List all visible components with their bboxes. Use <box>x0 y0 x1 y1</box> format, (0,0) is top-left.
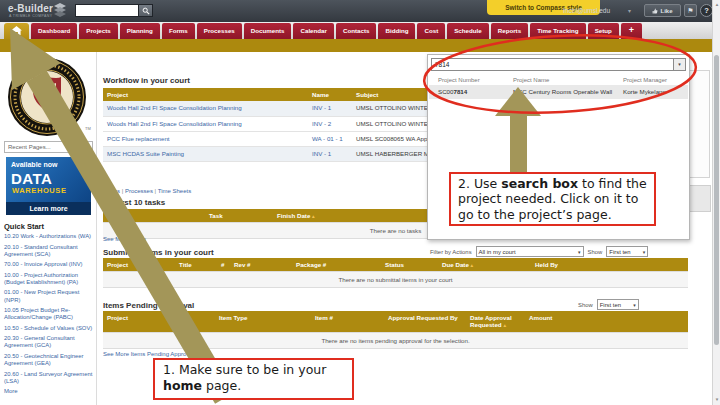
learn-more-button[interactable]: Learn more <box>6 202 91 215</box>
tab-contacts[interactable]: Contacts <box>336 23 376 39</box>
column-header: Task <box>205 209 273 222</box>
approvals-more: See More Items Pending Approval <box>103 351 194 357</box>
processes-link[interactable]: Processes <box>125 188 153 194</box>
quick-start-more-link[interactable]: More <box>4 388 94 394</box>
project-link[interactable]: Woods Hall 2nd Fl Space Consolidation Pl… <box>103 117 308 131</box>
separator: | <box>122 188 124 194</box>
banner-subtitle: WAREHOUSE <box>12 186 67 195</box>
tab-setup[interactable]: Setup <box>588 23 619 39</box>
time-sheets-link[interactable]: Time Sheets <box>158 188 191 194</box>
main-nav-tabbar: Dashboard Projects Planning Forms Proces… <box>0 22 720 39</box>
tab-processes[interactable]: Processes <box>197 23 242 39</box>
quick-start-link[interactable]: 10.05 Project Budget Re-Allocation/Chang… <box>4 307 94 321</box>
flag-button[interactable]: ⚑ <box>684 4 697 17</box>
quick-start-link[interactable]: 20.30 - General Consultant Agreement (GC… <box>4 335 94 349</box>
column-header: Due Date ▴ <box>438 258 531 271</box>
seal-trademark: TM <box>85 126 91 131</box>
project-link[interactable]: PCC Flue replacement <box>103 132 308 146</box>
scroll-up-icon[interactable]: ▲ <box>714 2 720 7</box>
tab-projects[interactable]: Projects <box>79 23 117 39</box>
tab-forms[interactable]: Forms <box>162 23 195 39</box>
tab-home[interactable] <box>4 23 29 39</box>
quick-start-link[interactable]: 01.00 - New Project Request (NPR) <box>4 289 94 303</box>
tab-planning[interactable]: Planning <box>120 23 160 39</box>
column-header: Held By <box>531 258 688 271</box>
tab-documents[interactable]: Documents <box>244 23 292 39</box>
workflow-name-link[interactable]: INV - 1 <box>308 101 352 115</box>
sort-asc-icon[interactable]: ▴ <box>312 213 315 219</box>
tab-add[interactable]: + <box>621 23 642 39</box>
quick-start-link[interactable]: 70.00 - Invoice Approval (INV) <box>4 261 94 268</box>
result-project-manager: Korte Mykelann <box>623 88 666 95</box>
column-header: Project <box>103 209 205 222</box>
thumbs-up-icon <box>652 8 658 14</box>
project-search-field[interactable]: 7814 ▾ <box>431 58 686 71</box>
page-scrollbar[interactable]: ▲ ▼ <box>712 0 720 405</box>
show-label: Show <box>578 302 593 308</box>
column-header: Date Approval Requested ▴ <box>466 311 525 332</box>
column-header: Item # <box>311 311 384 332</box>
like-label: Like <box>660 8 672 14</box>
submittals-table: Project Title # Rev # Package # Status D… <box>103 258 688 288</box>
nav-tabs: Dashboard Projects Planning Forms Proces… <box>31 23 642 39</box>
project-link[interactable]: Woods Hall 2nd Fl Space Consolidation Pl… <box>103 101 308 115</box>
quick-start-link[interactable]: 20.60 - Land Surveyor Agreement (LSA) <box>4 371 94 385</box>
tab-schedule[interactable]: Schedule <box>447 23 489 39</box>
forms-link[interactable]: Forms <box>103 188 120 194</box>
select-caret-icon: ▾ <box>633 300 636 310</box>
submittals-filter-row: Filter by Actions All in my court ▾ Show… <box>430 246 648 257</box>
search-button[interactable] <box>139 4 153 17</box>
recent-pages-dropdown[interactable]: Recent Pages... ▾ <box>4 141 93 153</box>
workflow-name-link[interactable]: INV - 2 <box>308 117 352 131</box>
workflow-name-link[interactable]: INV - 1 <box>308 147 352 161</box>
submittals-empty-message: There are no submittal items in your cou… <box>103 271 688 288</box>
tab-time-tracking[interactable]: Time Tracking <box>530 23 586 39</box>
workflow-name-link[interactable]: WA - 01 - 1 <box>308 132 352 146</box>
tab-bidding[interactable]: Bidding <box>378 23 415 39</box>
column-header: Status <box>381 258 438 271</box>
approvals-table: Project Item Type Item # Approval Reques… <box>103 311 688 349</box>
scrollbar-thumb[interactable] <box>714 55 719 345</box>
dropdown-toggle-button[interactable]: ▾ <box>673 59 685 70</box>
approvals-table-header: Project Item Type Item # Approval Reques… <box>103 311 688 332</box>
tab-dashboard[interactable]: Dashboard <box>31 23 77 39</box>
scroll-down-icon[interactable]: ▼ <box>714 397 720 402</box>
global-search-input[interactable] <box>75 4 139 17</box>
step2-note: 2. Use search box to find the project ne… <box>449 172 656 226</box>
quick-start-link[interactable]: 10.00 - Project Authorization (Budget Es… <box>4 272 94 286</box>
filter-actions-select[interactable]: All in my court ▾ <box>476 246 584 257</box>
quick-start-link[interactable]: 10.20 Work - Authorizations (WA) <box>4 233 94 240</box>
show-count-select[interactable]: First ten ▾ <box>606 246 648 257</box>
tab-reports[interactable]: Reports <box>491 23 528 39</box>
sort-asc-icon[interactable]: ▴ <box>503 322 506 328</box>
user-menu-caret-icon[interactable]: ▾ <box>628 7 631 14</box>
search-icon <box>142 7 150 15</box>
tab-cost[interactable]: Cost <box>417 23 445 39</box>
quick-start-title: Quick Start <box>4 222 44 231</box>
see-more-tasks-link[interactable]: See More Tasks <box>103 236 146 242</box>
search-result-row[interactable]: SC007814 MSC Century Rooms Operable Wall… <box>429 85 688 99</box>
layers-stack-icon <box>52 2 68 22</box>
dd-column-header: Project Number <box>438 77 480 83</box>
step1-note: 1. Make sure to be in your home page. <box>153 358 354 400</box>
gold-header-band <box>0 39 712 52</box>
column-header: Rev # <box>230 258 292 271</box>
quick-start-link[interactable]: 20.10 - Standard Consultant Agreement (S… <box>4 244 94 258</box>
like-button[interactable]: Like <box>644 4 681 17</box>
home-icon <box>11 26 22 36</box>
show-count-select[interactable]: First ten ▾ <box>597 299 639 310</box>
submittals-table-header: Project Title # Rev # Package # Status D… <box>103 258 688 271</box>
quick-start-link[interactable]: 20.50 - Geotechnical Engineer Agreement … <box>4 353 94 367</box>
user-email-menu[interactable]: fnctrl@umsl.edu <box>563 7 610 14</box>
see-more-approvals-link[interactable]: See More Items Pending Approval <box>103 351 194 357</box>
tab-calendar[interactable]: Calendar <box>293 23 333 39</box>
data-warehouse-banner[interactable]: Available now DATA WAREHOUSE Learn more <box>6 157 91 215</box>
tasks-section-title: My first 10 tasks <box>103 198 165 207</box>
sort-asc-icon[interactable]: ▴ <box>471 262 474 268</box>
quick-start-link[interactable]: 10.50 - Schedule of Values (SOV) <box>4 325 94 332</box>
project-link[interactable]: MSC HCDAS Suite Painting <box>103 147 308 161</box>
approvals-show-row: Show First ten ▾ <box>578 299 639 310</box>
separator: | <box>155 188 157 194</box>
caret-down-icon: ▾ <box>678 61 681 67</box>
approvals-empty-message: There are no items pending approval for … <box>103 332 688 349</box>
